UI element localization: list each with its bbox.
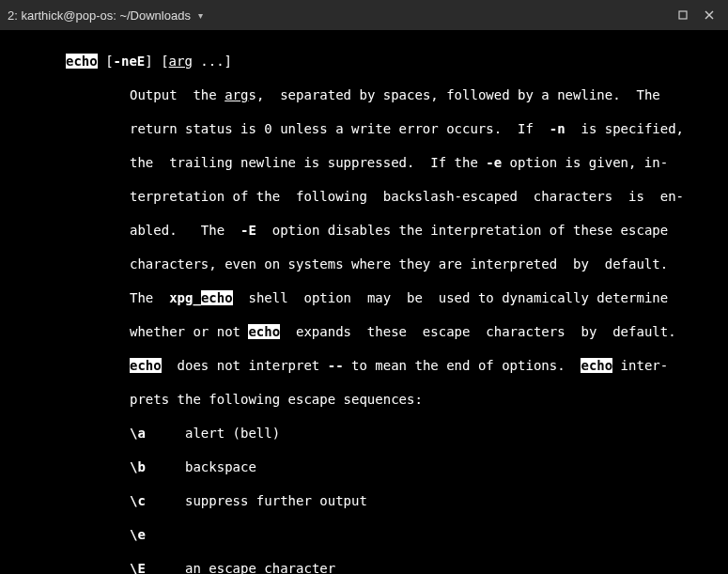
esc-line: \c suppress further output [8, 492, 720, 509]
esc-line: \e [8, 526, 720, 543]
desc-line: abled. The -E option disables the interp… [8, 222, 720, 239]
terminal-content[interactable]: echo [-neE] [arg ...] Output the args, s… [0, 30, 728, 574]
desc-line: echo does not interpret -- to mean the e… [8, 357, 720, 374]
square-icon [678, 10, 688, 20]
maximize-button[interactable] [672, 4, 694, 26]
desc-line: The xpg_echo shell option may be used to… [8, 289, 720, 306]
desc-line: terpretation of the following backslash-… [8, 188, 720, 205]
synopsis-line: echo [-neE] [arg ...] [8, 53, 720, 70]
esc-line: \E an escape character [8, 560, 720, 574]
window-titlebar: 2: karthick@pop-os: ~/Downloads ▾ [0, 0, 728, 30]
desc-line: return status is 0 unless a write error … [8, 120, 720, 137]
esc-line: \b backspace [8, 458, 720, 475]
cmd-name: echo [66, 54, 98, 69]
desc-line: prets the following escape sequences: [8, 391, 720, 408]
window-title: 2: karthick@pop-os: ~/Downloads [8, 8, 191, 23]
desc-line: Output the args, separated by spaces, fo… [8, 86, 720, 103]
esc-line: \a alert (bell) [8, 425, 720, 442]
desc-line: the trailing newline is suppressed. If t… [8, 154, 720, 171]
svg-rect-0 [679, 11, 687, 19]
close-button[interactable] [698, 4, 720, 26]
window-title-group[interactable]: 2: karthick@pop-os: ~/Downloads ▾ [8, 8, 203, 23]
desc-line: whether or not echo expands these escape… [8, 323, 720, 340]
chevron-down-icon: ▾ [198, 10, 203, 21]
desc-line: characters, even on systems where they a… [8, 256, 720, 272]
close-icon [705, 10, 714, 20]
